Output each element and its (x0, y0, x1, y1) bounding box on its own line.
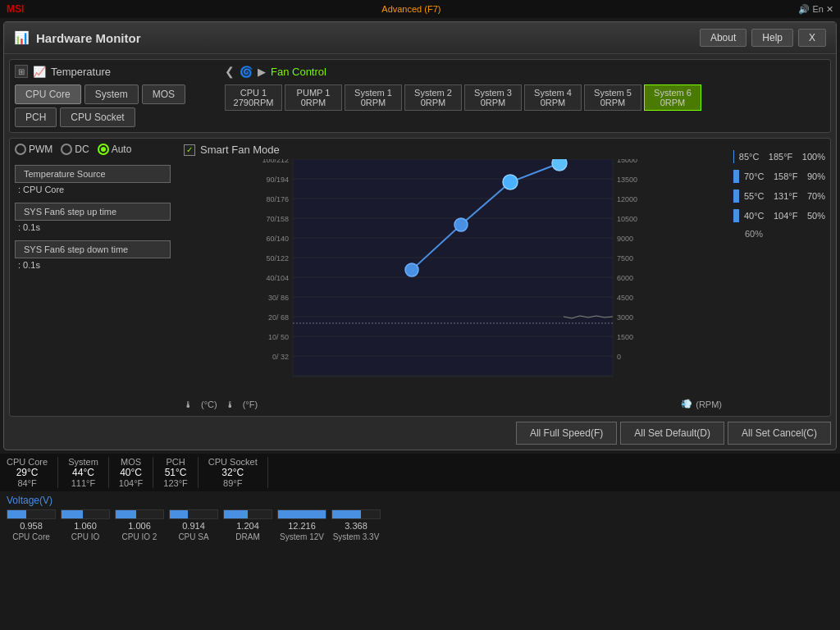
voltage-name-6: System 12V (280, 532, 324, 541)
step-down-button[interactable]: SYS Fan6 step down time (15, 240, 171, 258)
status-cpu-socket: CPU Socket 32°C 89°F (199, 457, 268, 488)
scale-row-2[interactable]: 70°C 158°F 90% (733, 170, 825, 183)
voltage-val-3: 1.006 (128, 521, 151, 531)
auto-radio[interactable]: Auto (98, 144, 132, 155)
step-down-value: : 0.1s (15, 260, 171, 270)
window-icon: 📊 (14, 30, 30, 45)
temp-source-button[interactable]: Temperature Source (15, 165, 171, 183)
svg-text:6000: 6000 (617, 274, 633, 282)
temp-icon: 📈 (33, 66, 46, 78)
svg-text:10500: 10500 (617, 215, 637, 223)
scale-temp-1: 85°C (739, 152, 764, 162)
voltage-bar-container-3 (115, 509, 164, 519)
curve-point-4[interactable] (552, 159, 567, 171)
fan-item-cpu1[interactable]: CPU 1 2790RPM (225, 84, 282, 111)
pwm-radio-indicator (15, 144, 26, 155)
scale-bar-4 (733, 209, 739, 222)
mos-btn[interactable]: MOS (142, 84, 185, 104)
expand-button[interactable]: ⊞ (15, 65, 28, 78)
step-up-button[interactable]: SYS Fan6 step up time (15, 203, 171, 221)
voltage-name-5: DRAM (235, 532, 259, 541)
scale-f-3: 131°F (774, 191, 802, 201)
topbar-right: 🔊 En ✕ (798, 4, 833, 15)
all-full-speed-button[interactable]: All Full Speed(F) (516, 422, 617, 445)
scale-bar-1 (733, 150, 734, 163)
voltage-item-cpu-sa: 0.914 CPU SA (169, 509, 218, 541)
chart-legend: 🌡 (°C) 🌡 (°F) 💨 (RPM) (184, 397, 722, 411)
fan-curve-chart[interactable]: 100/212 90/194 80/176 70/158 60/140 50/1… (184, 159, 722, 397)
scale-row-3[interactable]: 55°C 131°F 70% (733, 189, 825, 203)
curve-point-2[interactable] (454, 218, 468, 231)
voltage-item-sys12v: 12.216 System 12V (277, 509, 326, 541)
voltage-val-4: 0.914 (182, 521, 205, 531)
fan-item-sys5[interactable]: System 5 0RPM (584, 84, 641, 111)
pwm-radio[interactable]: PWM (15, 144, 52, 155)
svg-text:13500: 13500 (617, 176, 637, 184)
svg-text:100/212: 100/212 (262, 159, 289, 164)
scale-f-1: 185°F (769, 152, 797, 162)
chart-area: Smart Fan Mode (184, 144, 722, 411)
fan-item-sys1[interactable]: System 1 0RPM (345, 84, 402, 111)
curve-point-1[interactable] (405, 263, 418, 276)
smart-fan-checkbox[interactable] (184, 144, 195, 156)
voltage-label: Voltage(V) (7, 495, 833, 506)
voltage-bar-3 (116, 510, 136, 518)
dc-radio[interactable]: DC (61, 144, 89, 155)
system-btn[interactable]: System (84, 84, 139, 104)
voltage-bar-container-2 (61, 509, 110, 519)
all-set-default-button[interactable]: All Set Default(D) (620, 422, 724, 445)
scale-temp-2: 70°C (744, 171, 769, 181)
voltage-bar-container-5 (223, 509, 272, 519)
svg-text:70/158: 70/158 (266, 215, 289, 223)
help-button[interactable]: Help (751, 29, 793, 47)
about-button[interactable]: About (700, 29, 746, 47)
legend-celsius: (°C) (201, 399, 217, 409)
svg-text:90/194: 90/194 (266, 176, 289, 184)
chart-container: 100/212 90/194 80/176 70/158 60/140 50/1… (184, 159, 722, 397)
legend-thermometer-icon: 🌡 (184, 399, 193, 409)
temperature-label: Temperature (51, 66, 111, 78)
voltage-bar-5 (224, 510, 248, 518)
fan-item-sys4[interactable]: System 4 0RPM (524, 84, 582, 111)
middle-section: PWM DC Auto Temperature Source : CPU Cor… (9, 138, 831, 417)
top-section: ⊞ 📈 Temperature CPU Core System MOS PCH … (9, 59, 831, 133)
pch-btn[interactable]: PCH (15, 107, 57, 127)
cpu-core-btn[interactable]: CPU Core (15, 84, 81, 104)
temp-buttons-group: CPU Core System MOS PCH CPU Socket (15, 84, 220, 127)
svg-text:80/176: 80/176 (266, 195, 289, 203)
auto-radio-indicator (98, 144, 109, 155)
scale-pct-2: 90% (807, 171, 825, 181)
voltage-val-1: 0.958 (20, 521, 43, 531)
svg-text:12000: 12000 (617, 195, 637, 203)
close-button[interactable]: X (798, 29, 826, 47)
fan-item-sys3[interactable]: System 3 0RPM (464, 84, 522, 111)
svg-text:50/122: 50/122 (266, 254, 289, 262)
selected-pct: 60% (733, 229, 825, 239)
scale-bar-2 (733, 170, 739, 183)
voltage-bar-container-6 (277, 509, 326, 519)
voltage-item-cpu-io: 1.060 CPU IO (61, 509, 110, 541)
scale-row-1[interactable]: 85°C 185°F 100% (733, 150, 825, 163)
msi-logo: MSI (7, 3, 24, 15)
svg-text:30/ 86: 30/ 86 (268, 294, 289, 302)
system-topbar: MSI Advanced (F7) 🔊 En ✕ (0, 0, 840, 18)
cpu-socket-btn[interactable]: CPU Socket (60, 107, 135, 127)
fan-item-pump1[interactable]: PUMP 1 0RPM (285, 84, 342, 111)
voltage-val-5: 1.204 (236, 521, 259, 531)
voltage-section: Voltage(V) 0.958 CPU Core 1.060 CPU IO 1… (0, 491, 840, 545)
voltage-bar-1 (7, 510, 26, 518)
voltage-item-sys33v: 3.368 System 3.3V (331, 509, 381, 541)
voltage-bars: 0.958 CPU Core 1.060 CPU IO 1.006 CPU IO… (7, 509, 833, 541)
voltage-item-dram: 1.204 DRAM (223, 509, 272, 541)
curve-point-3[interactable] (503, 175, 518, 189)
svg-text:15000: 15000 (617, 159, 637, 164)
scale-row-4[interactable]: 40°C 104°F 50% (733, 209, 825, 222)
legend-thermometer2-icon: 🌡 (226, 399, 235, 409)
status-bar: CPU Core 29°C 84°F System 44°C 111°F MOS… (0, 454, 840, 491)
fan-item-sys6[interactable]: System 6 0RPM (644, 84, 701, 111)
step-up-value: : 0.1s (15, 222, 171, 232)
all-set-cancel-button[interactable]: All Set Cancel(C) (728, 422, 831, 445)
fan-back-button[interactable]: ❮ (225, 65, 235, 78)
step-down-section: SYS Fan6 step down time : 0.1s (15, 240, 171, 270)
fan-item-sys2[interactable]: System 2 0RPM (404, 84, 462, 111)
